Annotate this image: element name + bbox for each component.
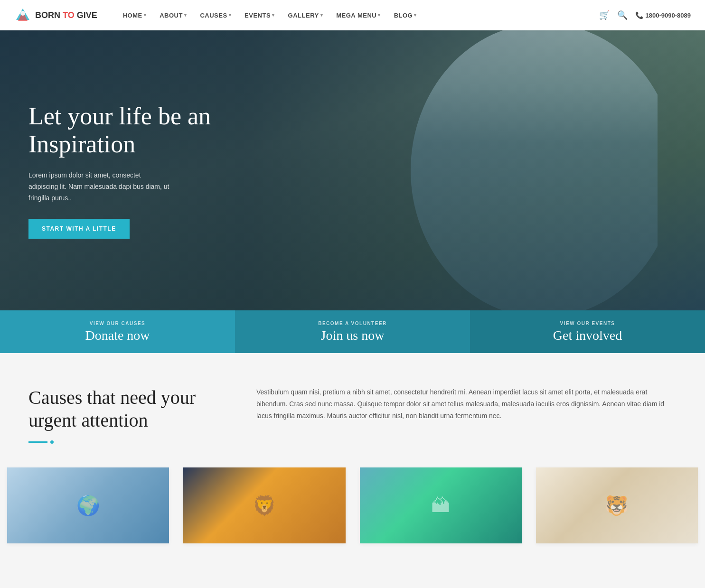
card-row: 🌍 🦁 🏔 🐯 bbox=[0, 467, 705, 558]
cause-card-1[interactable]: 🌍 bbox=[7, 467, 169, 543]
nav-actions: 🛒 🔍 📞 1800-9090-8089 bbox=[599, 10, 691, 20]
nav-link-blog[interactable]: BLOG ▾ bbox=[387, 0, 423, 30]
phone-icon: 📞 bbox=[635, 11, 643, 19]
nav-link-gallery[interactable]: GALLERY ▾ bbox=[282, 0, 330, 30]
cta-join-small-label: BECOME A VOLUNTEER bbox=[318, 321, 387, 326]
chevron-down-icon: ▾ bbox=[320, 13, 323, 18]
nav-label-causes: CAUSES bbox=[200, 12, 227, 19]
nav-menu: HOME ▾ ABOUT ▾ CAUSES ▾ EVENTS ▾ GALLERY bbox=[116, 0, 599, 30]
chevron-down-icon: ▾ bbox=[229, 13, 232, 18]
brand-name: BORN TO GIVE bbox=[35, 10, 97, 20]
hero-description: Lorem ipsum dolor sit amet, consectet ad… bbox=[28, 170, 171, 204]
hero-cta-button[interactable]: START WITH A LITTLE bbox=[28, 219, 130, 239]
logo-icon bbox=[14, 7, 31, 24]
cta-strip: VIEW OUR CAUSES Donate now BECOME A VOLU… bbox=[0, 310, 705, 353]
cta-donate-big-label: Donate now bbox=[85, 328, 150, 343]
card-image-4: 🐯 bbox=[536, 467, 698, 543]
causes-section: Causes that need your urgent attention V… bbox=[0, 353, 705, 467]
causes-description: Vestibulum quam nisi, pretium a nibh sit… bbox=[256, 386, 677, 422]
nav-label-events: EVENTS bbox=[244, 12, 271, 19]
nav-item-mega-menu[interactable]: MEGA MENU ▾ bbox=[329, 0, 387, 30]
cta-events-block[interactable]: VIEW OUR EVENTS Get involved bbox=[470, 310, 705, 353]
nav-link-home[interactable]: HOME ▾ bbox=[116, 0, 153, 30]
brand-logo[interactable]: BORN TO GIVE bbox=[14, 7, 97, 24]
nav-label-about: ABOUT bbox=[160, 12, 183, 19]
nav-link-causes[interactable]: CAUSES ▾ bbox=[193, 0, 238, 30]
cta-donate-small-label: VIEW OUR CAUSES bbox=[90, 321, 146, 326]
cta-join-block[interactable]: BECOME A VOLUNTEER Join us now bbox=[235, 310, 470, 353]
chevron-down-icon: ▾ bbox=[144, 13, 147, 18]
nav-item-home[interactable]: HOME ▾ bbox=[116, 0, 153, 30]
chevron-down-icon: ▾ bbox=[414, 13, 417, 18]
hero-content: Let your life be an Inspiration Lorem ip… bbox=[0, 102, 247, 239]
svg-point-2 bbox=[20, 11, 25, 16]
nav-link-about[interactable]: ABOUT ▾ bbox=[153, 0, 193, 30]
hero-section: Let your life be an Inspiration Lorem ip… bbox=[0, 30, 705, 310]
hero-title: Let your life be an Inspiration bbox=[28, 102, 218, 159]
nav-item-blog[interactable]: BLOG ▾ bbox=[387, 0, 423, 30]
causes-right-col: Vestibulum quam nisi, pretium a nibh sit… bbox=[256, 386, 677, 422]
card-image-2: 🦁 bbox=[183, 467, 345, 543]
cta-join-big-label: Join us now bbox=[321, 328, 385, 343]
chevron-down-icon: ▾ bbox=[272, 13, 275, 18]
search-icon[interactable]: 🔍 bbox=[617, 10, 628, 20]
chevron-down-icon: ▾ bbox=[184, 13, 187, 18]
cause-card-2[interactable]: 🦁 bbox=[183, 467, 345, 543]
cart-icon[interactable]: 🛒 bbox=[599, 10, 610, 20]
nav-item-about[interactable]: ABOUT ▾ bbox=[153, 0, 193, 30]
causes-underline-bar bbox=[28, 441, 47, 443]
nav-label-blog: BLOG bbox=[394, 12, 413, 19]
causes-title: Causes that need your urgent attention bbox=[28, 386, 228, 432]
cta-events-big-label: Get involved bbox=[553, 328, 622, 343]
cta-donate-block[interactable]: VIEW OUR CAUSES Donate now bbox=[0, 310, 235, 353]
nav-item-events[interactable]: EVENTS ▾ bbox=[238, 0, 282, 30]
cause-card-4[interactable]: 🐯 bbox=[536, 467, 698, 543]
card-image-1: 🌍 bbox=[7, 467, 169, 543]
causes-left-col: Causes that need your urgent attention bbox=[28, 386, 228, 444]
card-image-3: 🏔 bbox=[360, 467, 522, 543]
nav-phone: 📞 1800-9090-8089 bbox=[635, 11, 691, 19]
nav-item-causes[interactable]: CAUSES ▾ bbox=[193, 0, 238, 30]
nav-label-home: HOME bbox=[123, 12, 142, 19]
cta-events-small-label: VIEW OUR EVENTS bbox=[560, 321, 615, 326]
chevron-down-icon: ▾ bbox=[378, 13, 381, 18]
causes-underline-dot bbox=[50, 440, 54, 444]
nav-link-mega-menu[interactable]: MEGA MENU ▾ bbox=[329, 0, 387, 30]
nav-link-events[interactable]: EVENTS ▾ bbox=[238, 0, 282, 30]
nav-label-gallery: GALLERY bbox=[288, 12, 319, 19]
cause-card-3[interactable]: 🏔 bbox=[360, 467, 522, 543]
nav-item-gallery[interactable]: GALLERY ▾ bbox=[282, 0, 330, 30]
phone-number: 1800-9090-8089 bbox=[646, 12, 691, 19]
navbar: BORN TO GIVE HOME ▾ ABOUT ▾ CAUSES ▾ EVE… bbox=[0, 0, 705, 30]
nav-label-mega-menu: MEGA MENU bbox=[336, 12, 376, 19]
causes-underline-decoration bbox=[28, 440, 228, 444]
